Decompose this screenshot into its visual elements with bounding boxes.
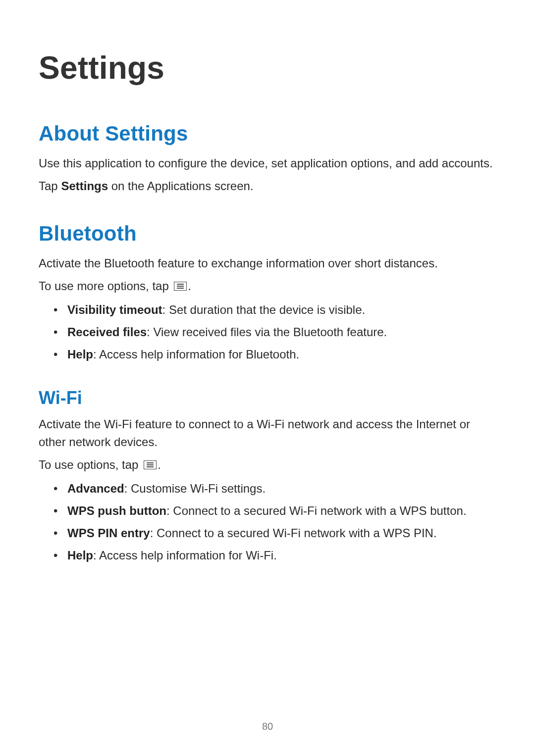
option-label: WPS push button <box>67 504 166 517</box>
section-wifi: Wi-Fi Activate the Wi-Fi feature to conn… <box>39 388 496 565</box>
option-desc: : Customise Wi-Fi settings. <box>124 482 266 495</box>
option-desc: : Access help information for Bluetooth. <box>93 348 299 361</box>
menu-icon <box>174 278 187 296</box>
section-about-settings: About Settings Use this application to c… <box>39 122 496 195</box>
bluetooth-p2-pre: To use more options, tap <box>39 279 172 293</box>
bluetooth-options-list: Visibility timeout: Set duration that th… <box>39 301 496 364</box>
heading-about-settings: About Settings <box>39 122 496 146</box>
about-p2-bold: Settings <box>61 179 108 193</box>
option-label: Help <box>67 549 93 562</box>
option-label: WPS PIN entry <box>67 526 150 540</box>
option-desc: : Access help information for Wi-Fi. <box>93 549 277 562</box>
bluetooth-paragraph-1: Activate the Bluetooth feature to exchan… <box>39 254 496 272</box>
heading-wifi: Wi-Fi <box>39 388 496 408</box>
heading-bluetooth: Bluetooth <box>39 222 496 246</box>
menu-icon <box>144 456 157 474</box>
list-item: WPS PIN entry: Connect to a secured Wi-F… <box>54 524 496 542</box>
list-item: Received files: View received files via … <box>54 323 496 341</box>
wifi-paragraph-1: Activate the Wi-Fi feature to connect to… <box>39 415 496 451</box>
about-paragraph-2: Tap Settings on the Applications screen. <box>39 177 496 195</box>
list-item: Advanced: Customise Wi-Fi settings. <box>54 479 496 498</box>
page-container: Settings About Settings Use this applica… <box>0 0 535 756</box>
bluetooth-p2-post: . <box>188 279 191 293</box>
list-item: WPS push button: Connect to a secured Wi… <box>54 502 496 520</box>
section-bluetooth: Bluetooth Activate the Bluetooth feature… <box>39 222 496 364</box>
list-item: Help: Access help information for Blueto… <box>54 345 496 363</box>
wifi-p2-pre: To use options, tap <box>39 458 142 471</box>
about-p2-post: on the Applications screen. <box>108 179 254 193</box>
wifi-options-list: Advanced: Customise Wi-Fi settings. WPS … <box>39 479 496 565</box>
wifi-p2-post: . <box>158 458 161 471</box>
option-label: Advanced <box>67 482 124 495</box>
list-item: Help: Access help information for Wi-Fi. <box>54 546 496 564</box>
option-label: Help <box>67 348 93 361</box>
bluetooth-paragraph-2: To use more options, tap . <box>39 277 496 296</box>
option-desc: : View received files via the Bluetooth … <box>147 325 387 339</box>
about-paragraph-1: Use this application to configure the de… <box>39 154 496 172</box>
about-p2-pre: Tap <box>39 179 61 193</box>
wifi-paragraph-2: To use options, tap . <box>39 456 496 474</box>
page-number: 80 <box>0 721 535 732</box>
option-label: Visibility timeout <box>67 303 162 316</box>
option-desc: : Connect to a secured Wi-Fi network wit… <box>166 504 467 517</box>
page-title: Settings <box>39 50 496 86</box>
option-label: Received files <box>67 325 147 339</box>
option-desc: : Connect to a secured Wi-Fi network wit… <box>150 526 437 540</box>
list-item: Visibility timeout: Set duration that th… <box>54 301 496 319</box>
option-desc: : Set duration that the device is visibl… <box>162 303 366 316</box>
